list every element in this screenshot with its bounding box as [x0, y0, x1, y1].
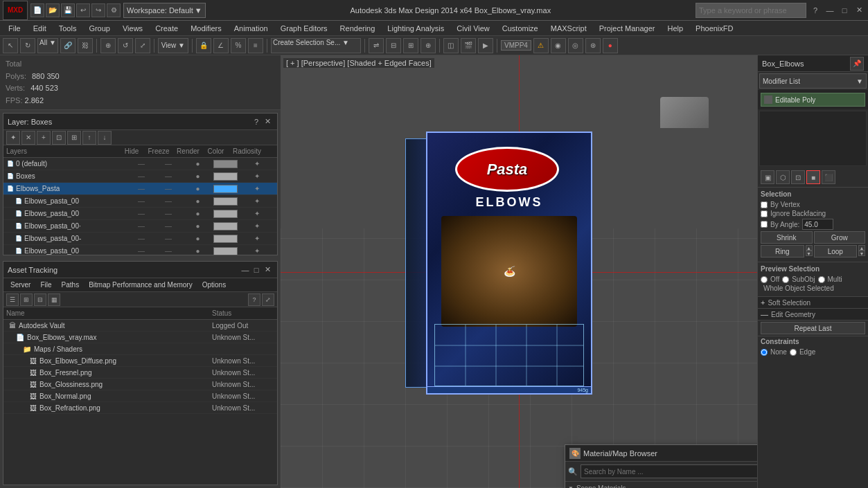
layer-manager[interactable]: ◫ — [443, 38, 459, 53]
help-icon[interactable]: ? — [809, 4, 822, 17]
layer-row[interactable]: 📄 Elbows_pasta_00 — — ● ✦ — [3, 245, 277, 255]
extra-tool-1[interactable]: ◉ — [551, 38, 566, 53]
rp-border-icon[interactable]: ⊡ — [791, 170, 805, 184]
layer-new-btn[interactable]: ✦ — [6, 131, 20, 145]
move-tool[interactable]: ⊕ — [100, 38, 116, 53]
rp-none-radio[interactable] — [761, 349, 768, 356]
layer-row[interactable]: 📄 Elbows_pasta_00 — — ● ✦ — [3, 195, 277, 208]
mirror-tool[interactable]: ⇌ — [369, 38, 384, 53]
menu-rendering[interactable]: Rendering — [335, 23, 381, 34]
layer-delete-btn[interactable]: ✕ — [21, 131, 35, 145]
close-icon[interactable]: ✕ — [853, 4, 865, 17]
selection-set-dropdown[interactable]: Create Selection Se... ▼ — [271, 38, 361, 53]
rp-by-vertex-cb[interactable] — [761, 201, 768, 208]
rp-multi-radio[interactable] — [818, 276, 825, 283]
rotate-tool-2[interactable]: ↺ — [118, 38, 133, 53]
rp-edge-icon[interactable]: ⬡ — [776, 170, 790, 184]
layer-row[interactable]: 📄 Elbows_pasta_00· — — ● ✦ — [3, 220, 277, 233]
search-input[interactable] — [696, 3, 806, 18]
asset-row[interactable]: 📁 Maps / Shaders — [3, 343, 277, 355]
rp-loop-dn-arrow[interactable]: ▼ — [858, 251, 865, 256]
layer-row[interactable]: 📄 Boxes — — ● ✦ — [3, 170, 277, 183]
rp-loop-btn[interactable]: Loop — [814, 245, 858, 257]
settings-btn[interactable]: ⚙ — [107, 3, 121, 17]
rp-ring-btn[interactable]: Ring — [761, 245, 804, 257]
asset-view-list[interactable]: ☰ — [6, 293, 19, 306]
rp-by-angle-cb[interactable] — [761, 221, 768, 228]
extra-tool-4[interactable]: ● — [603, 38, 618, 53]
menu-file[interactable]: File — [3, 23, 26, 34]
rp-soft-selection-header[interactable]: + Soft Selection — [758, 297, 868, 309]
menu-help[interactable]: Help — [662, 23, 689, 34]
menu-maxscript[interactable]: MAXScript — [545, 23, 592, 34]
rp-edge-radio[interactable] — [790, 349, 797, 356]
unlink-tool[interactable]: ⛓ — [78, 38, 93, 53]
rp-repeat-last-btn[interactable]: Repeat Last — [761, 322, 865, 334]
spacing-tool[interactable]: ⊞ — [403, 38, 418, 53]
select-tool[interactable]: ↖ — [3, 38, 18, 53]
rp-loop-up-arrow[interactable]: ▲ — [858, 245, 865, 251]
asset-row[interactable]: 🏛 Autodesk Vault Logged Out — [3, 320, 277, 332]
menu-edit[interactable]: Edit — [28, 23, 52, 34]
menu-views[interactable]: Views — [117, 23, 148, 34]
angle-snap[interactable]: ∠ — [213, 38, 229, 53]
redo-btn[interactable]: ↪ — [91, 3, 105, 17]
rp-ring-dn-arrow[interactable]: ▼ — [806, 251, 813, 256]
asset-row[interactable]: 📄 Box_Elbows_vray.max Unknown St... — [3, 332, 277, 343]
menu-civil[interactable]: Civil View — [451, 23, 495, 34]
align-tool[interactable]: ⊟ — [386, 38, 401, 53]
asset-view-thumb[interactable]: ▦ — [48, 293, 60, 306]
menu-animation[interactable]: Animation — [229, 23, 274, 34]
rp-element-icon[interactable]: ⬛ — [822, 170, 835, 184]
rp-ring-up-arrow[interactable]: ▲ — [806, 245, 813, 251]
undo-btn[interactable]: ↩ — [76, 3, 90, 17]
spinner-snap[interactable]: ≡ — [248, 38, 263, 53]
asset-view-icons[interactable]: ⊞ — [20, 293, 33, 306]
asset-expand-btn[interactable]: ⤢ — [262, 293, 274, 306]
rotate-tool[interactable]: ↻ — [20, 38, 35, 53]
asset-panel-minimize[interactable]: — — [240, 264, 251, 275]
percent-snap[interactable]: % — [231, 38, 246, 53]
rp-edit-geometry-header[interactable]: — Edit Geometry — [758, 309, 868, 320]
menu-lighting[interactable]: Lighting Analysis — [382, 23, 450, 34]
clone-tool[interactable]: ⊕ — [420, 38, 436, 53]
layer-sel-obj[interactable]: ⊞ — [67, 131, 81, 145]
asset-row[interactable]: 🖼 Box_Refraction.png Unknown St... — [3, 402, 277, 414]
rp-off-radio[interactable] — [761, 276, 768, 283]
rp-pin-icon[interactable]: 📌 — [850, 57, 864, 71]
menu-group[interactable]: Group — [83, 23, 116, 34]
asset-panel-maximize[interactable]: □ — [251, 264, 262, 275]
warning-icon[interactable]: ⚠ — [533, 38, 549, 53]
rp-polygon-icon[interactable]: ■ — [806, 170, 820, 184]
rp-by-angle-input[interactable] — [802, 219, 833, 230]
layer-row[interactable]: 📄 0 (default) — — ● ✦ — [3, 158, 277, 170]
minimize-icon[interactable]: — — [824, 4, 836, 17]
rp-vertex-icon[interactable]: ▣ — [761, 170, 774, 184]
menu-project[interactable]: Project Manager — [594, 23, 661, 34]
layer-merge[interactable]: ⊡ — [52, 131, 66, 145]
rp-ignore-backfacing-cb[interactable] — [761, 210, 768, 217]
layer-add-obj[interactable]: + — [37, 131, 51, 145]
mb-search-input[interactable] — [581, 464, 757, 478]
extra-tool-3[interactable]: ⊛ — [585, 38, 601, 53]
menu-customize[interactable]: Customize — [497, 23, 544, 34]
menu-phoenixfd[interactable]: PhoenixFD — [690, 23, 738, 34]
asset-menu-file[interactable]: File — [36, 281, 55, 289]
menu-modifiers[interactable]: Modifiers — [185, 23, 227, 34]
save-btn[interactable]: 💾 — [61, 3, 75, 17]
layer-move-up[interactable]: ↑ — [82, 131, 96, 145]
snap-toggle[interactable]: 🔒 — [196, 38, 211, 53]
asset-menu-options[interactable]: Options — [198, 281, 230, 289]
workspace-dropdown[interactable]: Workspace: Default ▼ — [123, 3, 206, 18]
view-dropdown[interactable]: View ▼ — [158, 38, 188, 53]
mb-section-header[interactable]: ▼ Scene Materials — [568, 485, 757, 488]
link-tool[interactable]: 🔗 — [60, 38, 76, 53]
layer-row[interactable]: 📄 Elbows_Pasta — — ● ✦ — [3, 183, 277, 195]
rp-grow-btn[interactable]: Grow — [814, 231, 866, 244]
menu-graph-editors[interactable]: Graph Editors — [275, 23, 333, 34]
asset-view-detail[interactable]: ⊟ — [34, 293, 46, 306]
layer-row[interactable]: 📄 Elbows_pasta_00 — — ● ✦ — [3, 208, 277, 220]
render-btn[interactable]: ▶ — [478, 38, 493, 53]
asset-row[interactable]: 🖼 Box_Glossiness.png Unknown St... — [3, 379, 277, 390]
open-btn[interactable]: 📂 — [46, 3, 60, 17]
